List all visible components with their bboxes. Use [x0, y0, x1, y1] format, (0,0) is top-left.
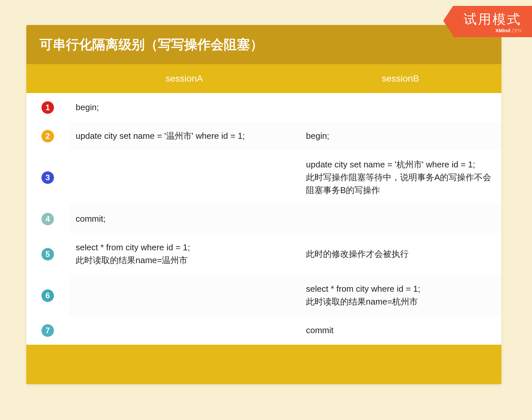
trial-badge: 试用模式 XMind:ZEN	[453, 6, 532, 37]
footer-band	[26, 345, 501, 384]
table-row: 4commit;	[26, 205, 501, 233]
session-b-cell: update city set name = '杭州市' where id = …	[299, 150, 501, 205]
session-a-cell	[69, 150, 299, 205]
step-number-cell: 7	[26, 316, 69, 345]
table-row: 5select * from city where id = 1; 此时读取的结…	[26, 233, 501, 275]
table-row: 6select * from city where id = 1; 此时读取的结…	[26, 275, 501, 316]
session-b-cell: select * from city where id = 1; 此时读取的结果…	[299, 275, 501, 316]
brand-suffix: :ZEN	[510, 28, 521, 33]
session-b-cell	[299, 93, 501, 122]
header-session-a: sessionA	[69, 64, 299, 93]
content-card: 可串行化隔离级别（写写操作会阻塞） sessionA sessionB 1beg…	[26, 25, 501, 384]
trial-badge-brand: XMind:ZEN	[464, 28, 521, 33]
session-b-cell: 此时的修改操作才会被执行	[299, 233, 501, 275]
table-body: 1begin;2update city set name = '温州市' whe…	[26, 93, 501, 345]
session-a-cell: select * from city where id = 1; 此时读取的结果…	[69, 233, 299, 275]
step-number-badge: 6	[41, 289, 54, 302]
trial-badge-shape: 试用模式 XMind:ZEN	[453, 6, 532, 37]
table-row: 1begin;	[26, 93, 501, 122]
step-number-cell: 3	[26, 150, 69, 205]
session-a-cell: commit;	[69, 205, 299, 233]
session-b-cell	[299, 205, 501, 233]
step-number-badge: 4	[41, 213, 54, 225]
session-b-cell: commit	[299, 316, 501, 345]
session-a-cell: update city set name = '温州市' where id = …	[69, 122, 299, 150]
page-title: 可串行化隔离级别（写写操作会阻塞）	[39, 36, 488, 54]
session-a-cell	[69, 275, 299, 316]
step-number-cell: 6	[26, 275, 69, 316]
trial-badge-title: 试用模式	[464, 11, 521, 27]
session-a-cell	[69, 316, 299, 345]
header-session-b: sessionB	[299, 64, 501, 93]
header-num	[26, 64, 69, 93]
table-row: 2update city set name = '温州市' where id =…	[26, 122, 501, 150]
isolation-table: sessionA sessionB 1begin;2update city se…	[26, 64, 501, 345]
step-number-badge: 1	[41, 101, 54, 114]
table-row: 7commit	[26, 316, 501, 345]
brand-prefix: XMind	[495, 28, 510, 33]
step-number-cell: 5	[26, 233, 69, 275]
table-row: 3update city set name = '杭州市' where id =…	[26, 150, 501, 205]
table-header-row: sessionA sessionB	[26, 64, 501, 93]
session-b-cell: begin;	[299, 122, 501, 150]
step-number-badge: 2	[41, 130, 54, 142]
title-bar: 可串行化隔离级别（写写操作会阻塞）	[26, 25, 501, 64]
step-number-cell: 4	[26, 205, 69, 233]
step-number-badge: 5	[41, 248, 54, 260]
step-number-badge: 3	[41, 171, 54, 184]
session-a-cell: begin;	[69, 93, 299, 122]
step-number-cell: 2	[26, 122, 69, 150]
step-number-badge: 7	[41, 324, 54, 337]
step-number-cell: 1	[26, 93, 69, 122]
